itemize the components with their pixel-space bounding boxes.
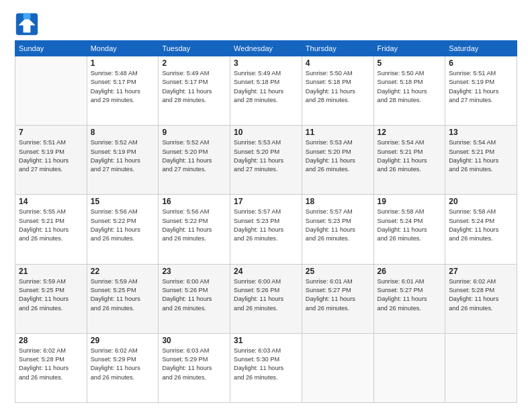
calendar-cell: 2Sunrise: 5:49 AM Sunset: 5:17 PM Daylig… xyxy=(159,56,230,126)
day-number: 30 xyxy=(162,336,226,345)
calendar-cell: 13Sunrise: 5:54 AM Sunset: 5:21 PM Dayli… xyxy=(445,126,517,195)
day-info: Sunrise: 6:00 AM Sunset: 5:26 PM Dayligh… xyxy=(234,277,298,313)
calendar-cell: 10Sunrise: 5:53 AM Sunset: 5:20 PM Dayli… xyxy=(230,126,302,195)
calendar-cell: 26Sunrise: 6:01 AM Sunset: 5:27 PM Dayli… xyxy=(373,264,445,333)
day-info: Sunrise: 6:02 AM Sunset: 5:29 PM Dayligh… xyxy=(91,347,155,382)
day-info: Sunrise: 6:00 AM Sunset: 5:26 PM Dayligh… xyxy=(162,277,226,313)
day-info: Sunrise: 5:59 AM Sunset: 5:25 PM Dayligh… xyxy=(19,277,83,313)
weekday-header-wednesday: Wednesday xyxy=(230,41,302,56)
calendar-table: SundayMondayTuesdayWednesdayThursdayFrid… xyxy=(15,40,517,403)
day-info: Sunrise: 5:54 AM Sunset: 5:21 PM Dayligh… xyxy=(378,138,442,174)
calendar-cell: 31Sunrise: 6:03 AM Sunset: 5:30 PM Dayli… xyxy=(230,333,302,402)
day-info: Sunrise: 5:58 AM Sunset: 5:24 PM Dayligh… xyxy=(449,208,513,243)
svg-rect-2 xyxy=(24,13,31,19)
calendar-cell: 8Sunrise: 5:52 AM Sunset: 5:19 PM Daylig… xyxy=(87,126,159,195)
calendar-cell: 30Sunrise: 6:03 AM Sunset: 5:29 PM Dayli… xyxy=(159,333,230,402)
day-number: 7 xyxy=(19,128,83,137)
day-info: Sunrise: 5:49 AM Sunset: 5:17 PM Dayligh… xyxy=(162,69,226,105)
calendar-cell xyxy=(15,56,87,126)
day-number: 31 xyxy=(234,336,298,345)
day-info: Sunrise: 6:01 AM Sunset: 5:27 PM Dayligh… xyxy=(306,277,370,313)
weekday-header-monday: Monday xyxy=(87,41,159,56)
calendar-cell: 24Sunrise: 6:00 AM Sunset: 5:26 PM Dayli… xyxy=(230,264,302,333)
calendar-week-3: 14Sunrise: 5:55 AM Sunset: 5:21 PM Dayli… xyxy=(15,195,517,264)
day-number: 19 xyxy=(378,197,442,206)
calendar-cell: 20Sunrise: 5:58 AM Sunset: 5:24 PM Dayli… xyxy=(445,195,517,264)
calendar-cell: 28Sunrise: 6:02 AM Sunset: 5:28 PM Dayli… xyxy=(15,333,87,402)
day-info: Sunrise: 5:52 AM Sunset: 5:19 PM Dayligh… xyxy=(91,138,155,174)
day-info: Sunrise: 5:53 AM Sunset: 5:20 PM Dayligh… xyxy=(234,138,298,174)
calendar-cell: 5Sunrise: 5:50 AM Sunset: 5:18 PM Daylig… xyxy=(373,56,445,126)
calendar-cell: 14Sunrise: 5:55 AM Sunset: 5:21 PM Dayli… xyxy=(15,195,87,264)
day-info: Sunrise: 6:01 AM Sunset: 5:27 PM Dayligh… xyxy=(378,277,442,313)
day-info: Sunrise: 5:57 AM Sunset: 5:23 PM Dayligh… xyxy=(234,208,298,243)
day-info: Sunrise: 5:59 AM Sunset: 5:25 PM Dayligh… xyxy=(91,277,155,313)
calendar-cell: 29Sunrise: 6:02 AM Sunset: 5:29 PM Dayli… xyxy=(87,333,159,402)
calendar-cell: 9Sunrise: 5:52 AM Sunset: 5:20 PM Daylig… xyxy=(159,126,230,195)
day-info: Sunrise: 5:50 AM Sunset: 5:18 PM Dayligh… xyxy=(306,69,370,105)
calendar-week-2: 7Sunrise: 5:51 AM Sunset: 5:19 PM Daylig… xyxy=(15,126,517,195)
day-number: 8 xyxy=(91,128,155,137)
day-number: 16 xyxy=(162,197,226,206)
calendar-cell: 19Sunrise: 5:58 AM Sunset: 5:24 PM Dayli… xyxy=(373,195,445,264)
calendar-cell: 6Sunrise: 5:51 AM Sunset: 5:19 PM Daylig… xyxy=(445,56,517,126)
day-number: 2 xyxy=(162,58,226,68)
day-info: Sunrise: 5:50 AM Sunset: 5:18 PM Dayligh… xyxy=(378,69,442,105)
day-info: Sunrise: 6:03 AM Sunset: 5:29 PM Dayligh… xyxy=(162,347,226,382)
day-info: Sunrise: 5:49 AM Sunset: 5:18 PM Dayligh… xyxy=(234,69,298,105)
header xyxy=(15,12,517,36)
calendar-week-5: 28Sunrise: 6:02 AM Sunset: 5:28 PM Dayli… xyxy=(15,333,517,402)
calendar-cell: 12Sunrise: 5:54 AM Sunset: 5:21 PM Dayli… xyxy=(373,126,445,195)
weekday-header-saturday: Saturday xyxy=(445,41,517,56)
calendar-cell: 3Sunrise: 5:49 AM Sunset: 5:18 PM Daylig… xyxy=(230,56,302,126)
day-info: Sunrise: 6:02 AM Sunset: 5:28 PM Dayligh… xyxy=(19,347,83,382)
day-number: 13 xyxy=(449,128,513,137)
calendar-cell: 1Sunrise: 5:48 AM Sunset: 5:17 PM Daylig… xyxy=(87,56,159,126)
day-number: 26 xyxy=(378,267,442,276)
day-info: Sunrise: 6:02 AM Sunset: 5:28 PM Dayligh… xyxy=(449,277,513,313)
day-number: 20 xyxy=(449,197,513,206)
day-number: 5 xyxy=(378,58,442,68)
day-number: 22 xyxy=(91,267,155,276)
page: SundayMondayTuesdayWednesdayThursdayFrid… xyxy=(0,0,532,411)
day-number: 1 xyxy=(91,58,155,68)
calendar-cell: 16Sunrise: 5:56 AM Sunset: 5:22 PM Dayli… xyxy=(159,195,230,264)
weekday-header-thursday: Thursday xyxy=(302,41,373,56)
day-number: 25 xyxy=(306,267,370,276)
day-number: 9 xyxy=(162,128,226,137)
calendar-week-4: 21Sunrise: 5:59 AM Sunset: 5:25 PM Dayli… xyxy=(15,264,517,333)
day-number: 6 xyxy=(449,58,513,68)
calendar-cell xyxy=(302,333,373,402)
day-number: 12 xyxy=(378,128,442,137)
calendar-cell: 11Sunrise: 5:53 AM Sunset: 5:20 PM Dayli… xyxy=(302,126,373,195)
weekday-header-tuesday: Tuesday xyxy=(159,41,230,56)
day-info: Sunrise: 5:55 AM Sunset: 5:21 PM Dayligh… xyxy=(19,208,83,243)
calendar-cell: 4Sunrise: 5:50 AM Sunset: 5:18 PM Daylig… xyxy=(302,56,373,126)
day-number: 15 xyxy=(91,197,155,206)
calendar-week-1: 1Sunrise: 5:48 AM Sunset: 5:17 PM Daylig… xyxy=(15,56,517,126)
weekday-header-sunday: Sunday xyxy=(15,41,87,56)
calendar-cell: 25Sunrise: 6:01 AM Sunset: 5:27 PM Dayli… xyxy=(302,264,373,333)
day-number: 4 xyxy=(306,58,370,68)
day-number: 23 xyxy=(162,267,226,276)
day-info: Sunrise: 5:57 AM Sunset: 5:23 PM Dayligh… xyxy=(306,208,370,243)
calendar-cell: 21Sunrise: 5:59 AM Sunset: 5:25 PM Dayli… xyxy=(15,264,87,333)
calendar-cell: 17Sunrise: 5:57 AM Sunset: 5:23 PM Dayli… xyxy=(230,195,302,264)
day-number: 28 xyxy=(19,336,83,345)
day-number: 21 xyxy=(19,267,83,276)
day-info: Sunrise: 5:52 AM Sunset: 5:20 PM Dayligh… xyxy=(162,138,226,174)
day-number: 27 xyxy=(449,267,513,276)
day-info: Sunrise: 5:54 AM Sunset: 5:21 PM Dayligh… xyxy=(449,138,513,174)
day-number: 17 xyxy=(234,197,298,206)
day-number: 29 xyxy=(91,336,155,345)
day-number: 11 xyxy=(306,128,370,137)
day-number: 14 xyxy=(19,197,83,206)
logo-icon xyxy=(15,12,39,36)
day-number: 24 xyxy=(234,267,298,276)
day-info: Sunrise: 5:53 AM Sunset: 5:20 PM Dayligh… xyxy=(306,138,370,174)
day-info: Sunrise: 5:58 AM Sunset: 5:24 PM Dayligh… xyxy=(378,208,442,243)
logo xyxy=(15,12,40,36)
calendar-cell: 7Sunrise: 5:51 AM Sunset: 5:19 PM Daylig… xyxy=(15,126,87,195)
calendar-cell: 22Sunrise: 5:59 AM Sunset: 5:25 PM Dayli… xyxy=(87,264,159,333)
weekday-header-friday: Friday xyxy=(373,41,445,56)
